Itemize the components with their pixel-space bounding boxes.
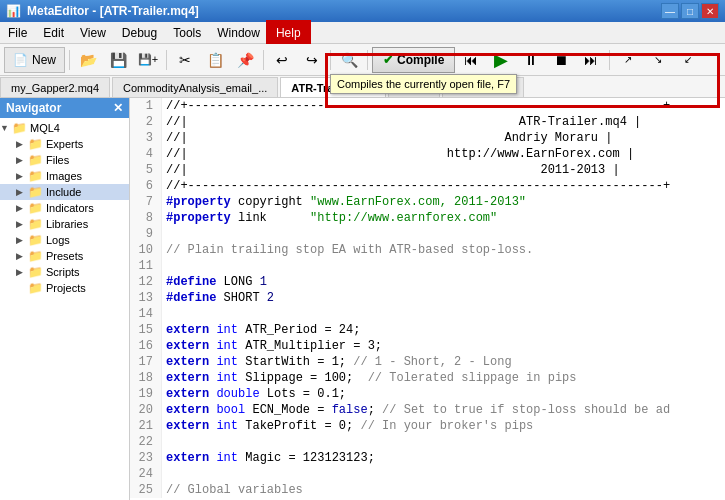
nav-item-presets[interactable]: ▶📁Presets (0, 248, 129, 264)
code-line-10: 10// Plain trailing stop EA with ATR-bas… (130, 242, 725, 258)
line-content: //| http://www.EarnForex.com | (162, 146, 638, 162)
new-button[interactable]: 📄 New (4, 47, 65, 73)
menu-tools[interactable]: Tools (165, 22, 209, 43)
stop-button[interactable]: ⏮ (457, 47, 485, 73)
folder-icon: 📁 (28, 169, 43, 183)
save-button[interactable]: 💾 (104, 47, 132, 73)
separator-4 (330, 50, 331, 70)
halt-button[interactable]: ⏹ (547, 47, 575, 73)
nav-item-mql4[interactable]: ▼📁MQL4 (0, 120, 129, 136)
line-content (162, 306, 170, 322)
copy-button[interactable]: 📋 (201, 47, 229, 73)
nav-item-logs[interactable]: ▶📁Logs (0, 232, 129, 248)
line-number: 4 (130, 146, 162, 162)
code-line-9: 9 (130, 226, 725, 242)
separator-6 (609, 50, 610, 70)
tab-1[interactable]: CommodityAnalysis_email_... (112, 77, 278, 97)
line-number: 1 (130, 98, 162, 114)
stepover-button[interactable]: ↗ (614, 47, 642, 73)
cut-button[interactable]: ✂ (171, 47, 199, 73)
compile-button[interactable]: ✔ Compile (372, 47, 455, 73)
tab-0[interactable]: my_Gapper2.mq4 (0, 77, 110, 97)
line-number: 14 (130, 306, 162, 322)
search-button[interactable]: 🔍 (335, 47, 363, 73)
nav-item-projects[interactable]: 📁Projects (0, 280, 129, 296)
redo-button[interactable]: ↪ (298, 47, 326, 73)
code-line-4: 4//| http://www.EarnForex.com | (130, 146, 725, 162)
line-number: 12 (130, 274, 162, 290)
undo-button[interactable]: ↩ (268, 47, 296, 73)
save-all-button[interactable]: 💾+ (134, 47, 162, 73)
menu-edit[interactable]: Edit (35, 22, 72, 43)
expand-arrow-icon: ▶ (16, 139, 26, 149)
folder-icon: 📁 (28, 153, 43, 167)
folder-icon: 📁 (28, 249, 43, 263)
nav-item-include[interactable]: ▶📁Include (0, 184, 129, 200)
line-number: 22 (130, 434, 162, 450)
nav-item-experts[interactable]: ▶📁Experts (0, 136, 129, 152)
menu-file[interactable]: File (0, 22, 35, 43)
line-number: 5 (130, 162, 162, 178)
nav-label: Files (46, 154, 69, 166)
code-line-17: 17extern int StartWith = 1; // 1 - Short… (130, 354, 725, 370)
stepin-button[interactable]: ↘ (644, 47, 672, 73)
code-line-15: 15extern int ATR_Period = 24; (130, 322, 725, 338)
menu-window[interactable]: Window (209, 22, 268, 43)
nav-label: Logs (46, 234, 70, 246)
line-content: #property copyright "www.EarnForex.com, … (162, 194, 530, 210)
pause-button[interactable]: ⏸ (517, 47, 545, 73)
folder-icon: 📁 (28, 233, 43, 247)
code-line-25: 25// Global variables (130, 482, 725, 498)
line-content: // Global variables (162, 482, 307, 498)
nav-label: Presets (46, 250, 83, 262)
line-number: 23 (130, 450, 162, 466)
paste-button[interactable]: 📌 (231, 47, 259, 73)
open-button[interactable]: 📂 (74, 47, 102, 73)
code-line-6: 6//+------------------------------------… (130, 178, 725, 194)
line-content: //| 2011-2013 | (162, 162, 624, 178)
line-number: 2 (130, 114, 162, 130)
expand-arrow-icon: ▶ (16, 235, 26, 245)
line-number: 15 (130, 322, 162, 338)
line-content: //+-------------------------------------… (162, 178, 674, 194)
minimize-button[interactable]: — (661, 3, 679, 19)
folder-icon: 📁 (28, 185, 43, 199)
separator-5 (367, 50, 368, 70)
nav-item-scripts[interactable]: ▶📁Scripts (0, 264, 129, 280)
menu-debug[interactable]: Debug (114, 22, 165, 43)
line-content: //| Andriy Moraru | (162, 130, 616, 146)
forward-button[interactable]: ⏭ (577, 47, 605, 73)
expand-arrow-icon: ▶ (16, 251, 26, 261)
separator-2 (166, 50, 167, 70)
nav-item-indicators[interactable]: ▶📁Indicators (0, 200, 129, 216)
code-line-2: 2//| ATR-Trailer.mq4 | (130, 114, 725, 130)
line-content: extern int Magic = 123123123; (162, 450, 379, 466)
line-content: extern int StartWith = 1; // 1 - Short, … (162, 354, 516, 370)
nav-item-images[interactable]: ▶📁Images (0, 168, 129, 184)
nav-label: Images (46, 170, 82, 182)
expand-arrow-icon: ▼ (0, 123, 10, 133)
close-button[interactable]: ✕ (701, 3, 719, 19)
nav-item-files[interactable]: ▶📁Files (0, 152, 129, 168)
code-editor[interactable]: 1//+------------------------------------… (130, 98, 725, 500)
app-icon: 📊 (6, 4, 21, 18)
run-button[interactable]: ▶ (487, 47, 515, 73)
code-line-21: 21extern int TakeProfit = 0; // In your … (130, 418, 725, 434)
code-line-23: 23extern int Magic = 123123123; (130, 450, 725, 466)
nav-label: Indicators (46, 202, 94, 214)
folder-icon: 📁 (28, 281, 43, 295)
menu-help[interactable]: Help (268, 22, 309, 43)
navigator-close[interactable]: ✕ (113, 101, 123, 115)
nav-item-libraries[interactable]: ▶📁Libraries (0, 216, 129, 232)
window-controls: — □ ✕ (661, 3, 719, 19)
folder-icon: 📁 (28, 217, 43, 231)
menu-view[interactable]: View (72, 22, 114, 43)
code-line-12: 12#define LONG 1 (130, 274, 725, 290)
stepout-button[interactable]: ↙ (674, 47, 702, 73)
code-line-11: 11 (130, 258, 725, 274)
menu-bar: File Edit View Debug Tools Window Help (0, 22, 725, 44)
separator-1 (69, 50, 70, 70)
maximize-button[interactable]: □ (681, 3, 699, 19)
line-content: extern int Slippage = 100; // Tolerated … (162, 370, 581, 386)
line-number: 8 (130, 210, 162, 226)
